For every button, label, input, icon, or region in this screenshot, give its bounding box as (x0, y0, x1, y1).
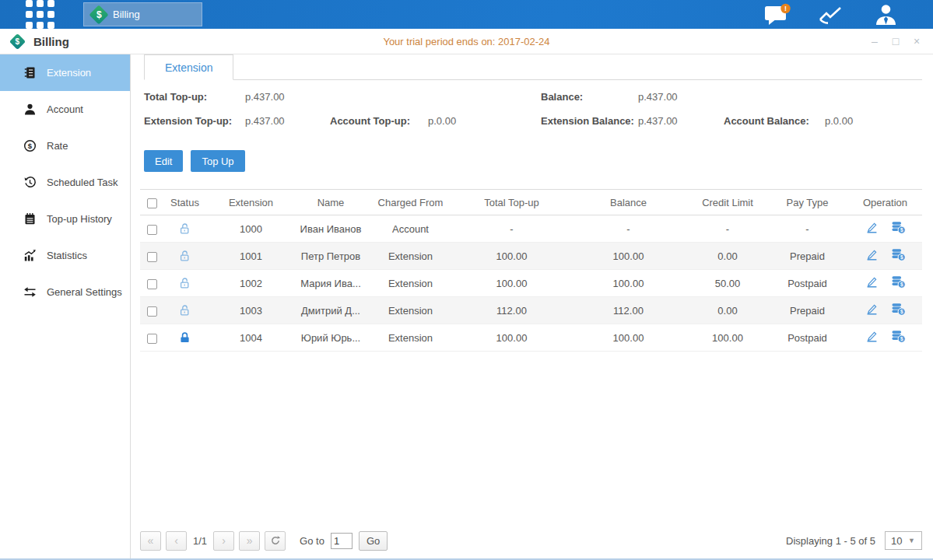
status-lock (178, 276, 191, 288)
notification-badge: ! (784, 5, 787, 12)
table-row: 1001 Петр Петров Extension 100.00 100.00… (140, 243, 922, 270)
edit-icon[interactable] (865, 248, 879, 261)
balance-cell: 112.00 (568, 297, 689, 324)
pay-type-cell: Prepaid (766, 243, 848, 270)
row-checkbox[interactable] (147, 334, 157, 344)
balance-cell: 100.00 (568, 324, 689, 352)
col-total-topup: Total Top-up (455, 190, 568, 215)
topup-coins-icon[interactable]: $ (891, 248, 906, 261)
row-checkbox[interactable] (147, 225, 157, 235)
account-topup-label: Account Top-up: (330, 115, 410, 127)
pay-type-cell: - (766, 215, 848, 243)
taskbar-tab-billing[interactable]: $ Billing (83, 2, 202, 26)
topup-coins-icon[interactable]: $ (891, 303, 906, 316)
row-checkbox[interactable] (147, 252, 157, 262)
credit-limit-cell: 100.00 (689, 324, 766, 352)
extension-balance-value: p.437.00 (638, 115, 678, 127)
topup-coins-icon[interactable]: $ (891, 275, 906, 289)
dollar-circle-icon: $ (23, 139, 37, 152)
status-lock (178, 331, 191, 342)
sidebar-item-rate[interactable]: $ Rate (0, 128, 130, 164)
select-all-checkbox[interactable] (147, 198, 157, 208)
svg-text:$: $ (900, 227, 903, 233)
sidebar-item-general-settings[interactable]: General Settings (0, 274, 130, 310)
balance-label: Balance: (541, 91, 583, 103)
billing-app-window: $ Billing ! (0, 0, 933, 560)
first-page-button[interactable]: « (140, 531, 161, 551)
sidebar-item-label: Statistics (47, 250, 87, 261)
edit-button[interactable]: Edit (144, 150, 183, 172)
prev-page-button[interactable]: ‹ (166, 531, 187, 551)
extension-topup-label: Extension Top-up: (144, 115, 232, 127)
col-credit-limit: Credit Limit (689, 190, 766, 215)
pay-type-cell: Prepaid (766, 297, 848, 324)
balance-cell: 100.00 (568, 270, 689, 297)
refresh-icon (270, 535, 281, 546)
top-up-button[interactable]: Top Up (191, 150, 244, 172)
total-topup-cell: 100.00 (455, 270, 568, 297)
edit-icon[interactable] (865, 221, 879, 234)
sidebar-item-statistics[interactable]: Statistics (0, 237, 130, 274)
account-topup-value: p.0.00 (428, 115, 456, 127)
maximize-button[interactable]: □ (890, 35, 901, 47)
goto-page-input[interactable] (331, 533, 353, 549)
extension-cell: 1002 (206, 270, 296, 297)
topup-coins-icon[interactable]: $ (891, 221, 906, 234)
user-icon[interactable] (873, 3, 899, 26)
pay-type-cell: Postpaid (766, 270, 848, 297)
pagination-bar: « ‹ 1/1 › » Go to Go Displaying 1 - 5 of… (140, 530, 922, 551)
row-checkbox[interactable] (147, 279, 157, 289)
lock-closed-icon (178, 331, 191, 345)
clock-arrow-icon (23, 176, 37, 189)
minimize-button[interactable]: – (869, 35, 880, 47)
edit-icon[interactable] (865, 303, 879, 316)
app-launcher-icon[interactable] (26, 0, 54, 29)
name-cell: Мария Ива... (296, 270, 366, 297)
messages-icon[interactable]: ! (764, 3, 791, 26)
edit-icon[interactable] (865, 330, 879, 343)
go-button[interactable]: Go (359, 531, 388, 551)
sidebar-item-account[interactable]: Account (0, 91, 130, 128)
account-balance-label: Account Balance: (724, 115, 809, 127)
sidebar-item-scheduled-task[interactable]: Scheduled Task (0, 164, 130, 201)
next-page-button[interactable]: › (213, 531, 234, 551)
page-indicator: 1/1 (193, 535, 207, 547)
total-topup-cell: - (455, 215, 568, 243)
sidebar-item-label: General Settings (47, 286, 122, 298)
col-extension: Extension (206, 190, 296, 215)
refresh-button[interactable] (265, 531, 286, 551)
billing-diamond-icon: $ (89, 5, 108, 24)
page-size-select[interactable]: 10 ▼ (885, 531, 922, 550)
credit-limit-cell: 0.00 (689, 243, 766, 270)
account-balance-value: p.0.00 (825, 115, 853, 127)
tab-extension[interactable]: Extension (144, 54, 233, 80)
credit-limit-cell: 0.00 (689, 297, 766, 324)
sidebar-item-topup-history[interactable]: Top-up History (0, 201, 130, 237)
lock-open-icon (178, 277, 191, 290)
statistics-chart-icon[interactable] (818, 3, 847, 26)
svg-text:$: $ (900, 254, 903, 261)
edit-icon[interactable] (865, 275, 879, 289)
lock-open-icon (178, 250, 191, 263)
window-title: Billing (33, 35, 69, 48)
status-lock (178, 303, 191, 315)
col-pay-type: Pay Type (766, 190, 848, 215)
total-topup-label: Total Top-up: (144, 91, 207, 103)
close-button[interactable]: × (911, 35, 922, 47)
ledger-icon (23, 66, 37, 79)
displaying-text: Displaying 1 - 5 of 5 (786, 535, 875, 547)
topup-coins-icon[interactable]: $ (891, 330, 906, 343)
row-checkbox[interactable] (147, 306, 157, 317)
main-content: Extension Total Top-up: p.437.00 Balance… (131, 54, 933, 558)
total-topup-cell: 100.00 (455, 243, 568, 270)
balance-cell: - (568, 215, 689, 243)
total-topup-cell: 100.00 (455, 324, 568, 352)
sidebar-item-extension[interactable]: Extension (0, 54, 130, 91)
balance-value: p.437.00 (638, 91, 678, 103)
table-header-row: Status Extension Name Charged From Total… (140, 190, 922, 215)
last-page-button[interactable]: » (239, 531, 260, 551)
name-cell: Петр Петров (296, 243, 366, 270)
name-cell: Дмитрий Д... (296, 297, 366, 324)
total-topup-cell: 112.00 (455, 297, 568, 324)
tab-strip: Extension (144, 54, 922, 80)
